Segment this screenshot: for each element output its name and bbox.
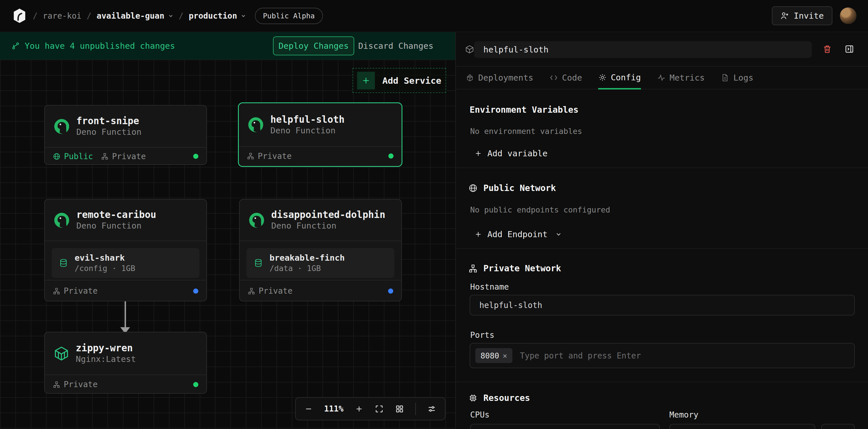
auto-layout-button[interactable]	[395, 404, 404, 414]
chevron-down-icon	[555, 231, 562, 238]
activity-icon	[657, 73, 665, 82]
service-card-helpful-sloth[interactable]: helpful-sloth Deno Function Private	[238, 102, 402, 167]
user-plus-icon	[780, 11, 789, 20]
fit-view-button[interactable]	[375, 404, 384, 414]
public-network-empty: No public endpoints configured	[470, 205, 610, 214]
port-chip-value: 8080	[480, 351, 499, 360]
gear-icon	[598, 73, 607, 82]
breadcrumb-service-dropdown[interactable]: available-guan	[97, 11, 174, 21]
service-type: Deno Function	[76, 127, 142, 138]
deno-icon	[247, 117, 264, 133]
discard-changes-button[interactable]: Discard Changes	[358, 36, 433, 55]
cpu-icon	[468, 393, 477, 403]
chevron-down-icon	[241, 13, 246, 19]
add-service-button[interactable]: Add Service	[352, 68, 446, 93]
hostname-input[interactable]: helpful-sloth	[470, 295, 855, 316]
status-dot	[193, 289, 198, 294]
public-alpha-badge: Public Alpha	[255, 8, 323, 24]
breadcrumb-service-label: available-guan	[97, 11, 164, 21]
private-network-badge: Private	[247, 152, 291, 161]
hostname-label: Hostname	[470, 282, 509, 292]
toolbar-divider	[415, 403, 416, 415]
service-card-front-snipe[interactable]: front-snipe Deno Function Public Private	[44, 105, 207, 165]
service-type: Nginx:Latest	[76, 354, 136, 365]
invite-label: Invite	[794, 11, 824, 21]
service-canvas[interactable]: Add Service front-snipe Deno Function Pu…	[0, 60, 455, 429]
public-network-badge: Public	[53, 152, 93, 161]
database-icon	[59, 259, 68, 267]
deno-icon	[53, 212, 70, 229]
service-name-row: helpful-sloth	[456, 32, 868, 67]
app-logo-icon[interactable]	[11, 8, 28, 24]
status-dot	[389, 154, 394, 159]
database-icon	[254, 259, 262, 267]
ports-input[interactable]: 8080 × Type port and press Enter	[470, 343, 855, 368]
globe-icon	[468, 184, 477, 193]
connection-edge	[125, 301, 126, 328]
service-card-disappointed-dolphin[interactable]: disappointed-dolphin Deno Function break…	[239, 199, 402, 301]
ports-placeholder: Type port and press Enter	[520, 351, 641, 360]
cpus-input[interactable]	[470, 424, 660, 429]
status-dot	[193, 154, 198, 159]
breadcrumb-project[interactable]: rare-koi	[43, 11, 82, 21]
private-network-badge: Private	[248, 286, 292, 296]
cpus-label: CPUs	[470, 410, 489, 420]
environment-variables-empty: No environment variables	[470, 127, 582, 136]
ports-label: Ports	[470, 330, 494, 340]
git-branch-icon	[11, 41, 20, 50]
panel-tabs: Deployments Code Config Metrics Log	[456, 67, 868, 90]
delete-service-button[interactable]	[823, 44, 832, 54]
memory-input[interactable]	[670, 424, 815, 429]
file-text-icon	[721, 73, 730, 82]
service-detail-panel: helpful-sloth Deployments Code Config	[455, 32, 868, 429]
breadcrumb-separator: /	[33, 11, 38, 21]
zoom-out-button[interactable]	[304, 405, 313, 413]
add-variable-button[interactable]: Add variable	[474, 148, 548, 158]
network-icon	[53, 287, 60, 295]
service-type: Deno Function	[76, 221, 156, 231]
service-card-remote-caribou[interactable]: remote-caribou Deno Function evil-shark …	[44, 199, 207, 301]
status-dot	[388, 289, 393, 294]
tab-code[interactable]: Code	[549, 67, 582, 89]
invite-button[interactable]: Invite	[772, 6, 832, 25]
deno-icon	[53, 118, 70, 135]
add-service-label: Add Service	[382, 75, 441, 86]
breadcrumb-environment-dropdown[interactable]: production	[189, 11, 246, 21]
code-icon	[549, 73, 558, 82]
deno-icon	[248, 212, 265, 229]
memory-unit-select[interactable]	[821, 424, 855, 429]
private-network-badge: Private	[53, 380, 98, 389]
unpublished-changes-message: You have 4 unpublished changes	[11, 41, 175, 51]
service-cube-icon	[465, 45, 474, 54]
canvas-zoom-toolbar: 111%	[295, 397, 445, 420]
memory-label: Memory	[670, 410, 699, 420]
resources-heading: Resources	[468, 393, 530, 403]
deploy-changes-button[interactable]: Deploy Changes	[273, 36, 354, 55]
volume-meta: /config · 1GB	[74, 263, 135, 273]
volume-attachment[interactable]: evil-shark /config · 1GB	[52, 248, 199, 278]
environment-variables-heading: Environment Variables	[470, 105, 578, 115]
service-title: disappointed-dolphin	[271, 209, 385, 221]
chevron-down-icon	[168, 13, 174, 19]
plus-icon	[474, 150, 482, 158]
avatar[interactable]	[840, 7, 857, 24]
globe-icon	[53, 153, 61, 160]
container-box-icon	[53, 345, 69, 362]
service-name-input[interactable]: helpful-sloth	[474, 41, 812, 58]
tab-config[interactable]: Config	[598, 67, 641, 90]
private-network-heading: Private Network	[468, 263, 561, 273]
breadcrumb-environment-label: production	[189, 11, 237, 21]
zoom-in-button[interactable]	[355, 405, 363, 413]
service-title: zippy-wren	[76, 342, 136, 354]
tab-logs[interactable]: Logs	[721, 67, 753, 89]
tab-metrics[interactable]: Metrics	[657, 67, 705, 89]
collapse-panel-button[interactable]	[844, 44, 854, 54]
tab-deployments[interactable]: Deployments	[466, 67, 533, 89]
unpublished-changes-bar: You have 4 unpublished changes Deploy Ch…	[0, 32, 455, 60]
volume-attachment[interactable]: breakable-finch /data · 1GB	[247, 248, 394, 278]
canvas-settings-button[interactable]	[427, 404, 436, 414]
add-endpoint-button[interactable]: Add Endpoint	[474, 229, 562, 239]
service-card-zippy-wren[interactable]: zippy-wren Nginx:Latest Private	[44, 332, 207, 394]
remove-port-icon[interactable]: ×	[503, 351, 507, 360]
network-icon	[247, 152, 254, 160]
